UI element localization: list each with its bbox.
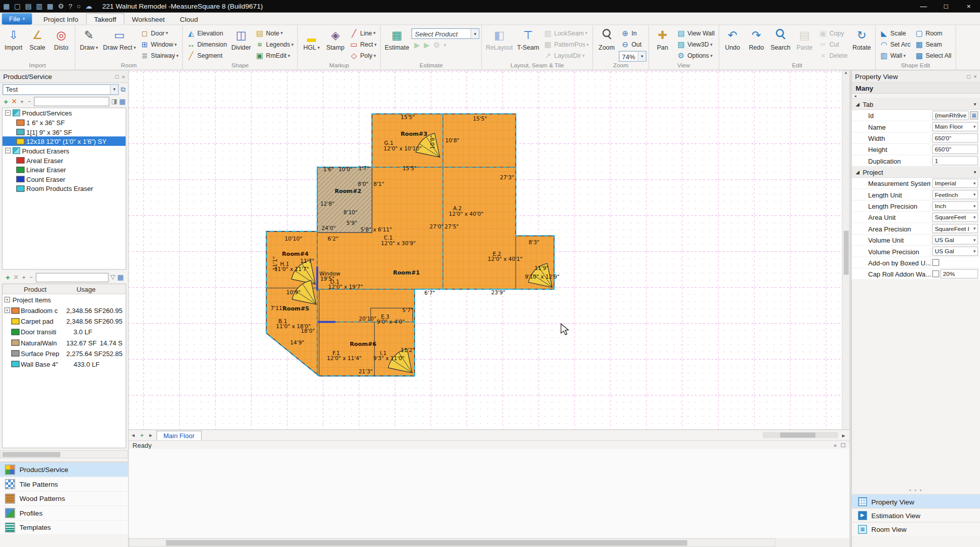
tree-item-linear-eraser[interactable]: Linear Eraser bbox=[3, 165, 126, 174]
property-value[interactable]: SquareFeet I▾ bbox=[932, 224, 978, 233]
property-value[interactable]: SquareFeet▾ bbox=[932, 213, 978, 222]
close-panel-icon[interactable]: × bbox=[973, 73, 977, 80]
product-row-project-items[interactable]: +Project Items bbox=[3, 294, 126, 305]
open-folder-icon[interactable]: ▤ bbox=[25, 3, 31, 10]
expand-icon[interactable]: ＋ bbox=[21, 275, 26, 280]
property-value[interactable]: 650'0" bbox=[932, 145, 978, 154]
product-row-door-transiti[interactable]: Door transiti3.0 LF bbox=[3, 326, 126, 337]
sidebar-item-product-service[interactable]: Product/Service bbox=[0, 463, 128, 478]
product-set-combo[interactable]: Test ▾ bbox=[3, 84, 119, 95]
property-section-tab[interactable]: ◢Tab▾ bbox=[852, 99, 980, 110]
scrollbar-thumb[interactable] bbox=[780, 433, 815, 438]
settings-icon[interactable]: ⚙ bbox=[58, 3, 64, 10]
drawing-canvas[interactable]: 15'5"15'5"Room#3G.112'0" x 10'10"10'8"10… bbox=[129, 70, 842, 429]
sidebar-item-profiles[interactable]: Profiles bbox=[0, 506, 128, 521]
canvas-vscrollbar[interactable]: ▲ bbox=[842, 70, 849, 429]
floorplan-svg[interactable]: 15'5"15'5"Room#3G.112'0" x 10'10"10'8"10… bbox=[129, 70, 842, 429]
stairway-button[interactable]: Stairway▾ bbox=[138, 50, 180, 61]
stamp-button[interactable]: Stamp bbox=[324, 26, 347, 62]
property-value[interactable]: Main Floor▾ bbox=[932, 122, 978, 132]
hgl-button[interactable]: HGL▾ bbox=[300, 26, 323, 62]
paste-button[interactable]: Paste bbox=[793, 26, 816, 62]
rotate-button[interactable]: Rotate bbox=[850, 26, 873, 62]
copy-button[interactable]: Copy bbox=[817, 28, 849, 38]
scale-button[interactable]: Scale bbox=[26, 26, 49, 62]
poly-button[interactable]: Poly▾ bbox=[348, 50, 379, 61]
scrollbar-thumb[interactable] bbox=[844, 231, 849, 275]
disto-button[interactable]: Disto bbox=[50, 26, 73, 62]
segment-button[interactable]: Segment bbox=[185, 50, 229, 61]
wall-button[interactable]: Wall▾ bbox=[878, 50, 913, 61]
tab-takeoff[interactable]: Takeoff bbox=[86, 13, 125, 24]
tree-group-product-erasers[interactable]: −Product Erasers bbox=[3, 146, 126, 155]
property-value[interactable]: US Gal▾ bbox=[932, 247, 978, 256]
cut-button[interactable]: Cut bbox=[817, 39, 849, 50]
product-row-naturalwaln[interactable]: NaturalWaln132.67 SF14.74 S bbox=[3, 337, 126, 347]
left-panel-hscrollbar[interactable] bbox=[0, 450, 128, 458]
line-button[interactable]: Line▾ bbox=[348, 28, 379, 38]
elevation-button[interactable]: Elevation bbox=[185, 28, 229, 38]
sheet-tab-main-floor[interactable]: Main Floor bbox=[156, 431, 201, 440]
property-value[interactable]: 650'0" bbox=[932, 133, 978, 143]
property-value[interactable]: FeetInch▾ bbox=[932, 190, 978, 200]
pan-button[interactable]: Pan bbox=[651, 26, 674, 62]
estimation-view-button[interactable]: ▶Estimation View bbox=[852, 508, 980, 522]
t-seam-button[interactable]: T-Seam bbox=[515, 26, 541, 62]
in-button[interactable]: In bbox=[619, 28, 647, 38]
tab-scroll-left-icon[interactable]: ◂ bbox=[129, 432, 137, 438]
options-button[interactable]: Options▾ bbox=[675, 50, 716, 61]
tree-item-room-products-eraser[interactable]: Room Products Eraser bbox=[3, 183, 126, 193]
tree-item-12x18-12-0-1-0-x-1-6-sy[interactable]: 12x18 12'0" (1'0" x 1'6") SY bbox=[3, 136, 126, 146]
grid-view-icon[interactable]: ▦ bbox=[117, 274, 124, 281]
collapse-panel-icon[interactable]: « bbox=[122, 73, 125, 80]
tree-item-areal-eraser[interactable]: Areal Eraser bbox=[3, 155, 126, 165]
collapse-icon[interactable]: − bbox=[5, 110, 11, 115]
collapse-icon[interactable]: − bbox=[5, 148, 11, 153]
sidebar-item-wood-patterns[interactable]: Wood Patterns bbox=[0, 492, 128, 506]
column-header-usage[interactable]: Usage bbox=[68, 285, 104, 293]
draw-rect-button[interactable]: Draw Rect▾ bbox=[101, 26, 138, 62]
product-row-carpet-pad[interactable]: Carpet pad2,348.56 SF260.95 bbox=[3, 316, 126, 326]
panel-splitter-handle[interactable]: ◂ bbox=[852, 94, 980, 99]
scrollbar-thumb[interactable] bbox=[166, 540, 687, 545]
property-value[interactable]: Inch▾ bbox=[932, 201, 978, 211]
dimension-button[interactable]: Dimension bbox=[185, 39, 229, 50]
tab-scroll-right-icon[interactable]: ▸ bbox=[146, 432, 155, 438]
layoutdir-button[interactable]: LayoutDir▾ bbox=[542, 50, 591, 61]
floating-panel-icon[interactable]: ☐ bbox=[840, 442, 845, 448]
float-panel-icon[interactable]: □ bbox=[967, 73, 970, 80]
tree-item-count-eraser[interactable]: Count Eraser bbox=[3, 174, 126, 184]
sidebar-item-templates[interactable]: Templates bbox=[0, 521, 128, 535]
divider-button[interactable]: Divider bbox=[229, 26, 253, 62]
canvas-hscrollbar[interactable] bbox=[763, 432, 838, 438]
product-row-surface-prep[interactable]: Surface Prep2,275.64 SF252.85 bbox=[3, 347, 126, 358]
user-icon[interactable]: ○ bbox=[76, 3, 80, 10]
view-switcher-handle[interactable]: ▪ ▪ ▪ bbox=[852, 488, 980, 494]
relayout-button[interactable]: ReLayout bbox=[484, 26, 515, 62]
select-all-button[interactable]: Select All bbox=[913, 50, 954, 61]
property-value[interactable]: {mwnRh9ve} bbox=[932, 110, 969, 120]
checkbox[interactable] bbox=[932, 259, 940, 266]
zoom-button[interactable]: Zoom bbox=[595, 26, 618, 62]
scale-button[interactable]: Scale bbox=[878, 28, 913, 38]
add-item-icon[interactable]: ＋ bbox=[5, 274, 12, 281]
maximize-button[interactable]: □ bbox=[935, 0, 958, 13]
room2-area[interactable] bbox=[317, 167, 372, 232]
collapse-statusbar-icon[interactable]: » bbox=[834, 442, 837, 448]
rmedit-button[interactable]: RmEdit▾ bbox=[254, 50, 296, 61]
view3d-button[interactable]: View3D▾ bbox=[675, 39, 716, 50]
tab-cloud[interactable]: Cloud bbox=[172, 14, 205, 24]
remove-product-icon[interactable]: ✕ bbox=[11, 98, 17, 105]
draw-button[interactable]: Draw▾ bbox=[77, 26, 101, 62]
expand-icon[interactable]: ＋ bbox=[19, 98, 25, 104]
zoom-level-combo[interactable]: 74%▾ bbox=[619, 51, 647, 62]
door-button[interactable]: Door▾ bbox=[138, 28, 180, 38]
add-product-icon[interactable]: ＋ bbox=[3, 98, 10, 105]
open-table-icon[interactable]: ▦ bbox=[970, 111, 978, 120]
collapse-icon[interactable]: － bbox=[28, 275, 34, 280]
column-header-product[interactable]: Product bbox=[3, 285, 68, 293]
product-row-wall-base-4[interactable]: Wall Base 4"433.0 LF bbox=[3, 359, 126, 369]
scroll-right-icon[interactable]: ▸ bbox=[838, 432, 849, 439]
eraser-icon[interactable]: ◨ bbox=[111, 98, 117, 104]
usage-search-input[interactable] bbox=[36, 272, 109, 282]
